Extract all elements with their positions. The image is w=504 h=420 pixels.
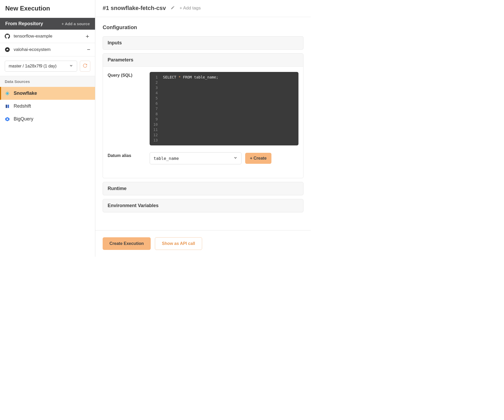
add-source-link[interactable]: + Add a source (62, 22, 90, 26)
add-tags-link[interactable]: + Add tags (180, 6, 201, 11)
edit-icon[interactable] (171, 6, 175, 11)
datasource-label: Redshift (14, 103, 31, 109)
footer: Create Execution Show as API call (95, 230, 311, 257)
main: #1 snowflake-fetch-csv + Add tags Config… (95, 0, 311, 257)
parameters-panel-header[interactable]: Parameters (103, 54, 303, 67)
valohai-icon (5, 47, 10, 52)
collapse-icon[interactable]: − (87, 47, 90, 52)
datasource-bigquery[interactable]: BigQuery (0, 113, 95, 125)
repo-item-valohai-ecosystem[interactable]: valohai-ecosystem − (0, 43, 95, 56)
inputs-panel[interactable]: Inputs (103, 36, 303, 50)
create-alias-button[interactable]: + Create (245, 153, 271, 164)
datasource-label: Snowflake (14, 91, 37, 96)
datum-alias-row: Datum alias table_name + Create (108, 152, 298, 164)
create-execution-button[interactable]: Create Execution (103, 237, 151, 250)
repo-name: valohai-ecosystem (14, 47, 51, 52)
envvars-panel[interactable]: Environment Variables (103, 199, 303, 212)
github-icon (5, 34, 10, 39)
branch-select[interactable]: master / 1a28x7f9 (1 day) (5, 61, 77, 72)
runtime-panel[interactable]: Runtime (103, 182, 303, 195)
repo-item-tensorflow-example[interactable]: tensorflow-example ＋ (0, 30, 95, 43)
redshift-icon (5, 104, 10, 109)
line-gutter: 12345678910111213 (150, 72, 160, 145)
datasource-snowflake[interactable]: Snowflake (0, 87, 95, 100)
sidebar: New Execution From Repository + Add a so… (0, 0, 95, 257)
svg-rect-1 (6, 104, 7, 108)
from-repository-header: From Repository + Add a source (0, 18, 95, 30)
datum-alias-value: table_name (154, 156, 179, 161)
branch-selector-row: master / 1a28x7f9 (1 day) (0, 56, 95, 76)
bigquery-icon (5, 117, 10, 122)
show-api-button[interactable]: Show as API call (155, 237, 202, 250)
data-sources-header: Data Sources (0, 76, 95, 87)
query-field-row: Query (SQL) 12345678910111213 SELECT * F… (108, 72, 298, 145)
refresh-button[interactable] (80, 61, 90, 72)
repo-name: tensorflow-example (14, 34, 52, 39)
page-title: New Execution (0, 0, 95, 18)
snowflake-icon (5, 91, 10, 96)
datum-alias-select[interactable]: table_name (150, 152, 242, 164)
sql-code[interactable]: SELECT * FROM table_name; (160, 72, 222, 145)
branch-select-value: master / 1a28x7f9 (1 day) (9, 64, 56, 69)
datasource-label: BigQuery (14, 116, 33, 122)
configuration-heading: Configuration (103, 24, 303, 30)
topbar: #1 snowflake-fetch-csv + Add tags (95, 0, 311, 17)
sql-editor[interactable]: 12345678910111213 SELECT * FROM table_na… (150, 72, 298, 145)
datum-alias-label: Datum alias (108, 152, 144, 164)
query-label: Query (SQL) (108, 72, 144, 145)
chevron-down-icon (233, 156, 238, 161)
execution-title: #1 snowflake-fetch-csv (103, 5, 166, 12)
expand-icon[interactable]: ＋ (85, 33, 90, 39)
content: Configuration Inputs Parameters Query (S… (95, 17, 311, 230)
refresh-icon (83, 63, 87, 69)
from-repository-label: From Repository (5, 21, 43, 27)
parameters-panel: Parameters Query (SQL) 12345678910111213… (103, 53, 303, 178)
datasource-redshift[interactable]: Redshift (0, 100, 95, 113)
chevron-down-icon (69, 64, 73, 69)
svg-point-4 (7, 118, 8, 120)
svg-rect-2 (8, 104, 9, 108)
